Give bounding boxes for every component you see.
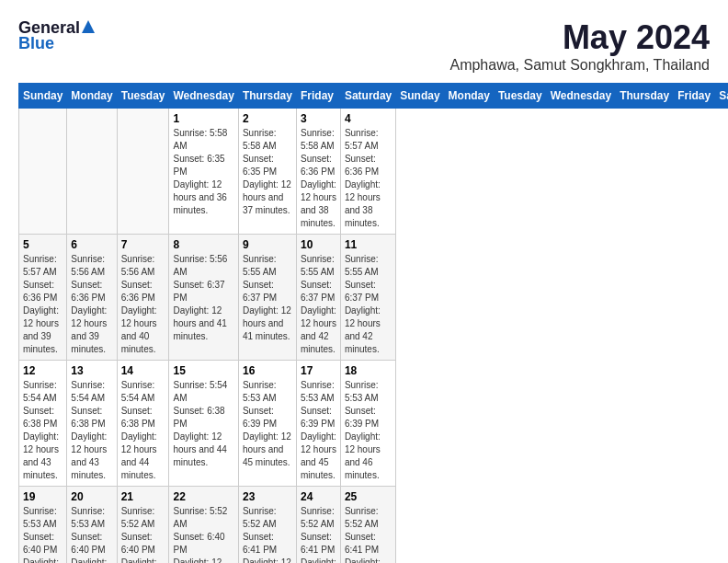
calendar-cell: 5Sunrise: 5:57 AMSunset: 6:36 PMDaylight…: [19, 235, 67, 361]
calendar-cell: 25Sunrise: 5:52 AMSunset: 6:41 PMDayligh…: [340, 487, 395, 564]
calendar-week-1: 1Sunrise: 5:58 AMSunset: 6:35 PMDaylight…: [19, 109, 729, 235]
calendar-week-4: 19Sunrise: 5:53 AMSunset: 6:40 PMDayligh…: [19, 487, 729, 564]
day-info: Sunrise: 5:54 AMSunset: 6:38 PMDaylight:…: [173, 379, 233, 469]
day-number: 4: [345, 112, 392, 125]
day-number: 14: [121, 364, 165, 377]
day-number: 1: [173, 112, 233, 125]
calendar-header-tuesday: Tuesday: [117, 84, 169, 109]
day-number: 21: [121, 490, 165, 503]
day-number: 13: [71, 364, 112, 377]
day-number: 9: [243, 238, 292, 251]
day-number: 16: [243, 364, 292, 377]
svg-marker-0: [82, 20, 95, 33]
day-info: Sunrise: 5:53 AMSunset: 6:39 PMDaylight:…: [345, 379, 392, 482]
calendar-cell: [117, 109, 169, 235]
calendar-cell: 8Sunrise: 5:56 AMSunset: 6:37 PMDaylight…: [169, 235, 238, 361]
page-title: May 2024: [449, 18, 710, 57]
day-number: 12: [23, 364, 63, 377]
day-number: 6: [71, 238, 112, 251]
calendar-cell: 1Sunrise: 5:58 AMSunset: 6:35 PMDaylight…: [169, 109, 238, 235]
calendar-table: SundayMondayTuesdayWednesdayThursdayFrid…: [18, 83, 728, 563]
header-sunday: Sunday: [396, 84, 444, 109]
logo-icon: [82, 20, 95, 37]
day-info: Sunrise: 5:52 AMSunset: 6:41 PMDaylight:…: [301, 505, 336, 563]
day-info: Sunrise: 5:52 AMSunset: 6:40 PMDaylight:…: [121, 505, 165, 563]
calendar-cell: 20Sunrise: 5:53 AMSunset: 6:40 PMDayligh…: [67, 487, 117, 564]
calendar-cell: 4Sunrise: 5:57 AMSunset: 6:36 PMDaylight…: [340, 109, 395, 235]
day-number: 20: [71, 490, 112, 503]
calendar-cell: 21Sunrise: 5:52 AMSunset: 6:40 PMDayligh…: [117, 487, 169, 564]
day-info: Sunrise: 5:55 AMSunset: 6:37 PMDaylight:…: [345, 253, 392, 356]
calendar-cell: [67, 109, 117, 235]
day-info: Sunrise: 5:55 AMSunset: 6:37 PMDaylight:…: [243, 253, 292, 343]
logo-blue: Blue: [18, 34, 54, 53]
calendar-cell: 19Sunrise: 5:53 AMSunset: 6:40 PMDayligh…: [19, 487, 67, 564]
day-info: Sunrise: 5:53 AMSunset: 6:40 PMDaylight:…: [23, 505, 63, 563]
calendar-cell: 10Sunrise: 5:55 AMSunset: 6:37 PMDayligh…: [296, 235, 340, 361]
calendar-cell: [19, 109, 67, 235]
calendar-cell: 9Sunrise: 5:55 AMSunset: 6:37 PMDaylight…: [238, 235, 296, 361]
day-number: 8: [173, 238, 233, 251]
day-info: Sunrise: 5:54 AMSunset: 6:38 PMDaylight:…: [121, 379, 165, 482]
calendar-header-monday: Monday: [67, 84, 117, 109]
calendar-cell: 17Sunrise: 5:53 AMSunset: 6:39 PMDayligh…: [296, 361, 340, 487]
logo: General Blue: [18, 18, 95, 53]
calendar-cell: 2Sunrise: 5:58 AMSunset: 6:35 PMDaylight…: [238, 109, 296, 235]
header-thursday: Thursday: [616, 84, 674, 109]
day-info: Sunrise: 5:54 AMSunset: 6:38 PMDaylight:…: [23, 379, 63, 482]
calendar-week-3: 12Sunrise: 5:54 AMSunset: 6:38 PMDayligh…: [19, 361, 729, 487]
header-wednesday: Wednesday: [546, 84, 615, 109]
calendar-header-sunday: Sunday: [19, 84, 67, 109]
header-monday: Monday: [444, 84, 494, 109]
day-number: 25: [345, 490, 392, 503]
header-tuesday: Tuesday: [494, 84, 546, 109]
calendar-header-saturday: Saturday: [340, 84, 395, 109]
day-info: Sunrise: 5:53 AMSunset: 6:39 PMDaylight:…: [301, 379, 336, 482]
day-info: Sunrise: 5:57 AMSunset: 6:36 PMDaylight:…: [345, 127, 392, 230]
calendar-cell: 13Sunrise: 5:54 AMSunset: 6:38 PMDayligh…: [67, 361, 117, 487]
calendar-cell: 11Sunrise: 5:55 AMSunset: 6:37 PMDayligh…: [340, 235, 395, 361]
title-block: May 2024 Amphawa, Samut Songkhram, Thail…: [449, 18, 710, 74]
day-info: Sunrise: 5:58 AMSunset: 6:35 PMDaylight:…: [173, 127, 233, 217]
day-info: Sunrise: 5:52 AMSunset: 6:40 PMDaylight:…: [173, 505, 233, 563]
day-number: 15: [173, 364, 233, 377]
calendar-cell: 23Sunrise: 5:52 AMSunset: 6:41 PMDayligh…: [238, 487, 296, 564]
day-info: Sunrise: 5:55 AMSunset: 6:37 PMDaylight:…: [301, 253, 336, 356]
day-info: Sunrise: 5:56 AMSunset: 6:36 PMDaylight:…: [121, 253, 165, 356]
header-friday: Friday: [674, 84, 715, 109]
day-number: 19: [23, 490, 63, 503]
day-info: Sunrise: 5:56 AMSunset: 6:36 PMDaylight:…: [71, 253, 112, 356]
day-number: 18: [345, 364, 392, 377]
day-number: 22: [173, 490, 233, 503]
calendar-cell: 22Sunrise: 5:52 AMSunset: 6:40 PMDayligh…: [169, 487, 238, 564]
calendar-cell: 24Sunrise: 5:52 AMSunset: 6:41 PMDayligh…: [296, 487, 340, 564]
calendar-header-thursday: Thursday: [238, 84, 296, 109]
day-number: 24: [301, 490, 336, 503]
calendar-cell: 3Sunrise: 5:58 AMSunset: 6:36 PMDaylight…: [296, 109, 340, 235]
day-info: Sunrise: 5:57 AMSunset: 6:36 PMDaylight:…: [23, 253, 63, 356]
day-number: 10: [301, 238, 336, 251]
calendar-cell: 15Sunrise: 5:54 AMSunset: 6:38 PMDayligh…: [169, 361, 238, 487]
calendar-cell: 14Sunrise: 5:54 AMSunset: 6:38 PMDayligh…: [117, 361, 169, 487]
day-number: 17: [301, 364, 336, 377]
calendar-cell: 12Sunrise: 5:54 AMSunset: 6:38 PMDayligh…: [19, 361, 67, 487]
day-number: 7: [121, 238, 165, 251]
calendar-header-wednesday: Wednesday: [169, 84, 238, 109]
calendar-cell: 6Sunrise: 5:56 AMSunset: 6:36 PMDaylight…: [67, 235, 117, 361]
day-number: 2: [243, 112, 292, 125]
day-info: Sunrise: 5:58 AMSunset: 6:35 PMDaylight:…: [243, 127, 292, 217]
day-number: 23: [243, 490, 292, 503]
calendar-week-2: 5Sunrise: 5:57 AMSunset: 6:36 PMDaylight…: [19, 235, 729, 361]
day-number: 3: [301, 112, 336, 125]
day-info: Sunrise: 5:53 AMSunset: 6:39 PMDaylight:…: [243, 379, 292, 469]
calendar-cell: 18Sunrise: 5:53 AMSunset: 6:39 PMDayligh…: [340, 361, 395, 487]
day-info: Sunrise: 5:58 AMSunset: 6:36 PMDaylight:…: [301, 127, 336, 230]
calendar-header-friday: Friday: [296, 84, 340, 109]
day-number: 5: [23, 238, 63, 251]
page-subtitle: Amphawa, Samut Songkhram, Thailand: [449, 57, 710, 74]
day-info: Sunrise: 5:53 AMSunset: 6:40 PMDaylight:…: [71, 505, 112, 563]
calendar-cell: 16Sunrise: 5:53 AMSunset: 6:39 PMDayligh…: [238, 361, 296, 487]
calendar-cell: 7Sunrise: 5:56 AMSunset: 6:36 PMDaylight…: [117, 235, 169, 361]
day-number: 11: [345, 238, 392, 251]
day-info: Sunrise: 5:54 AMSunset: 6:38 PMDaylight:…: [71, 379, 112, 482]
